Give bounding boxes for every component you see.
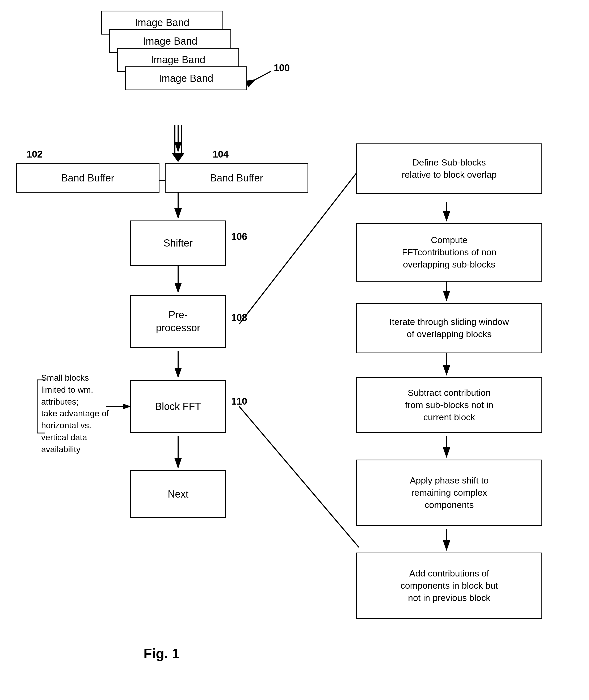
ref-108-label: 108: [231, 312, 247, 323]
svg-line-12: [239, 406, 359, 547]
annotation-text: Small blocks limited to wm. attributes; …: [41, 372, 124, 455]
ref-104-label: 104: [213, 149, 229, 160]
next-box: Next: [130, 470, 226, 518]
band-buffer-2-box: Band Buffer: [165, 163, 308, 193]
diagram-container: Image Band Image Band Image Band Image B…: [0, 0, 589, 700]
svg-line-11: [239, 170, 359, 324]
ref-110-label: 110: [231, 396, 247, 407]
ref-102-label: 102: [27, 149, 42, 160]
svg-marker-5: [171, 153, 185, 162]
band-buffer-1-box: Band Buffer: [16, 163, 160, 193]
right-step-6-box: Add contributions of components in block…: [356, 553, 542, 619]
right-step-3-box: Iterate through sliding window of overla…: [356, 303, 542, 353]
right-step-4-box: Subtract contribution from sub-blocks no…: [356, 377, 542, 433]
right-step-5-box: Apply phase shift to remaining complex c…: [356, 459, 542, 526]
fig-label: Fig. 1: [144, 646, 180, 662]
image-band-box-4: Image Band: [125, 66, 247, 90]
shifter-box: Shifter: [130, 221, 226, 266]
right-step-2-box: Compute FFTcontributions of non overlapp…: [356, 223, 542, 282]
ref-100-label: 100: [274, 62, 290, 74]
right-step-1-box: Define Sub-blocks relative to block over…: [356, 143, 542, 194]
ref-106-label: 106: [231, 231, 247, 242]
preprocessor-box: Pre- processor: [130, 295, 226, 348]
block-fft-box: Block FFT: [130, 380, 226, 433]
svg-line-18: [255, 71, 271, 80]
